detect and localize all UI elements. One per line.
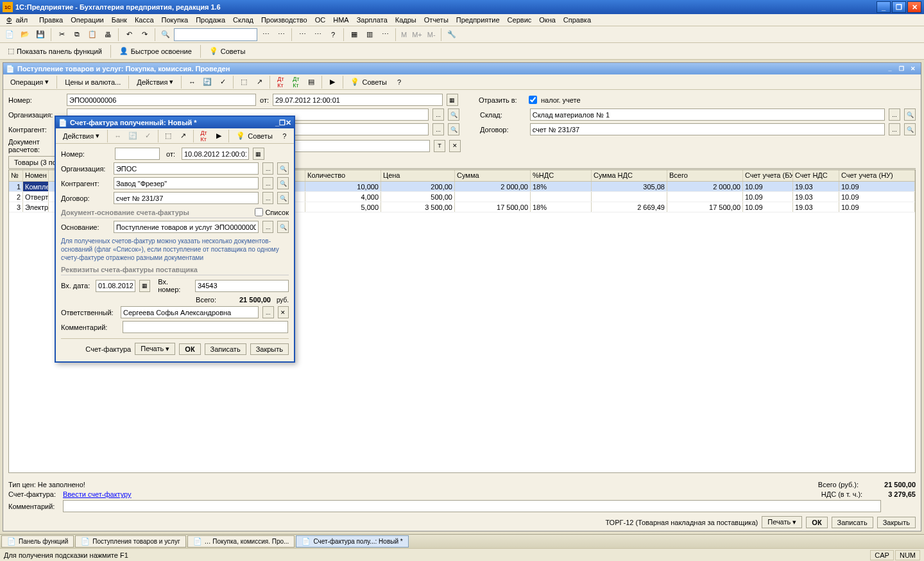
m-btn[interactable]: M: [399, 31, 409, 39]
dlg-nav-icon[interactable]: ↔: [111, 129, 124, 143]
tb-e[interactable]: ⋯: [378, 28, 392, 42]
dlg-help-icon[interactable]: ?: [278, 129, 291, 143]
menu-salary[interactable]: Зарплата: [353, 15, 391, 25]
db-t-button[interactable]: T: [434, 140, 445, 152]
wh-open-button[interactable]: 🔍: [904, 108, 916, 121]
struct-icon[interactable]: ⬚: [237, 75, 251, 89]
number-input[interactable]: [67, 94, 256, 106]
menu-edit[interactable]: Правка: [35, 15, 67, 25]
taskbar-item[interactable]: 📄Поступления товаров и услуг: [75, 535, 185, 548]
tips-button[interactable]: 💡 Советы: [205, 46, 249, 56]
enter-invoice-link[interactable]: Ввести счет-фактуру: [63, 490, 132, 498]
close-button2[interactable]: Закрыть: [877, 517, 916, 528]
show-funcs-button[interactable]: ⬚ Показать панель функций: [4, 46, 106, 56]
cut-icon[interactable]: ✂: [55, 28, 69, 42]
save-icon[interactable]: 💾: [33, 28, 47, 42]
dt-icon[interactable]: ДтКт: [273, 75, 287, 89]
dlg-ca-open[interactable]: 🔍: [277, 177, 289, 189]
operation-dropdown[interactable]: Операция ▾: [6, 76, 53, 88]
dlg-invoice-link[interactable]: Счет-фактура: [85, 345, 131, 353]
menu-bank[interactable]: Банк: [108, 15, 131, 25]
dlg-ref-icon[interactable]: 🔄: [126, 129, 139, 143]
resp-clear[interactable]: ✕: [278, 306, 289, 318]
menu-file[interactable]: Файл: [3, 15, 35, 25]
dlg-ca-input[interactable]: [114, 177, 259, 189]
torg12-link[interactable]: ТОРГ-12 (Товарная накладная за поставщик…: [605, 519, 758, 526]
ok-button[interactable]: ОК: [806, 517, 827, 528]
dlg-org-open[interactable]: 🔍: [277, 162, 289, 175]
help-icon[interactable]: ?: [326, 28, 340, 42]
indate-cal[interactable]: ▦: [139, 280, 150, 292]
menu-reports[interactable]: Отчеты: [420, 15, 452, 25]
menu-windows[interactable]: Окна: [535, 15, 560, 25]
paste-icon[interactable]: 📋: [85, 28, 99, 42]
tips2-button[interactable]: 💡Советы: [346, 76, 390, 87]
resp-sel[interactable]: ...: [262, 306, 273, 318]
dlg-ct-input[interactable]: [114, 192, 259, 204]
contract-input[interactable]: [530, 123, 885, 135]
sub-restore-button[interactable]: ❐: [896, 64, 907, 73]
reflect-checkbox[interactable]: [529, 96, 537, 104]
tb-c[interactable]: ⋯: [295, 28, 309, 42]
dlg-basis-sel[interactable]: ...: [262, 221, 274, 233]
dlg-dt-icon[interactable]: ДтКт: [197, 129, 210, 143]
open-icon[interactable]: 📂: [18, 28, 32, 42]
dlg-save-button[interactable]: Записать: [205, 343, 246, 355]
refresh-icon[interactable]: 🔄: [200, 75, 214, 89]
list-checkbox[interactable]: [255, 208, 263, 216]
db-x-button[interactable]: ✕: [449, 140, 461, 152]
dialog-titlebar[interactable]: 📄 Счет-фактура полученный: Новый * _ ❐ ✕: [56, 117, 294, 128]
menu-operations[interactable]: Операции: [67, 15, 107, 25]
menu-production[interactable]: Производство: [257, 15, 311, 25]
dlg-cal-button[interactable]: ▦: [253, 148, 264, 160]
date-input[interactable]: [273, 94, 443, 106]
comment-input[interactable]: [63, 500, 881, 512]
dlg-struct-icon[interactable]: ⬚: [162, 129, 175, 143]
maximize-button[interactable]: ❐: [892, 1, 906, 13]
undo-icon[interactable]: ↶: [122, 28, 136, 42]
dlg-basis-open[interactable]: 🔍: [277, 221, 289, 233]
print-icon[interactable]: 🖶: [101, 28, 115, 42]
dlg-ct-sel[interactable]: ...: [262, 192, 274, 204]
dlg-close-button2[interactable]: Закрыть: [250, 343, 289, 355]
innum-input[interactable]: [195, 280, 289, 292]
menu-enterprise[interactable]: Предприятие: [452, 15, 504, 25]
help2-icon[interactable]: ?: [392, 75, 406, 89]
menu-staff[interactable]: Кадры: [391, 15, 420, 25]
receipt-titlebar[interactable]: 📄 Поступление товаров и услуг: Покупка, …: [3, 63, 921, 74]
taskbar-item[interactable]: 📄Панель функций: [1, 535, 74, 548]
tb-b[interactable]: ⋯: [274, 28, 288, 42]
save-button[interactable]: Записать: [832, 517, 873, 528]
move-icon[interactable]: ↗: [252, 75, 266, 89]
calendar-button[interactable]: ▦: [447, 94, 458, 106]
org-sel-button[interactable]: ...: [432, 108, 444, 121]
dlg-close-button[interactable]: ✕: [286, 119, 291, 127]
close-button[interactable]: ✕: [907, 1, 921, 13]
copy-icon[interactable]: ⧉: [70, 28, 84, 42]
ca-sel-button[interactable]: ...: [432, 123, 444, 135]
dlg-number-input[interactable]: [115, 148, 160, 160]
dlg-ok-button[interactable]: ОК: [179, 343, 200, 355]
menu-nma[interactable]: НМА: [329, 15, 352, 25]
nav-icon[interactable]: ↔: [185, 75, 199, 89]
post-icon[interactable]: ✓: [216, 75, 230, 89]
new-icon[interactable]: 📄: [3, 28, 17, 42]
dlg-move-icon[interactable]: ↗: [176, 129, 190, 143]
indate-input[interactable]: [96, 280, 135, 292]
settings-icon[interactable]: 🔧: [445, 28, 459, 42]
org-open-button[interactable]: 🔍: [448, 108, 459, 121]
ca-open-button[interactable]: 🔍: [448, 123, 459, 135]
menu-help[interactable]: Справка: [560, 15, 595, 25]
dt2-icon[interactable]: ДтКт: [289, 75, 303, 89]
menu-stock[interactable]: Склад: [229, 15, 257, 25]
quick-start-button[interactable]: 👤 Быстрое освоение: [116, 46, 196, 56]
sub-close-button[interactable]: ✕: [908, 64, 918, 73]
dlg-go-icon[interactable]: ▶: [212, 129, 225, 143]
dlg-print-button[interactable]: Печать ▾: [135, 343, 175, 355]
taskbar-item[interactable]: 📄Счет-фактура полу...: Новый *: [296, 535, 408, 548]
calendar-icon[interactable]: ▥: [363, 28, 377, 42]
ct-open-button[interactable]: 🔍: [904, 123, 916, 135]
search-combo[interactable]: [174, 28, 257, 41]
minimize-button[interactable]: _: [877, 1, 891, 13]
wh-sel-button[interactable]: ...: [889, 108, 900, 121]
